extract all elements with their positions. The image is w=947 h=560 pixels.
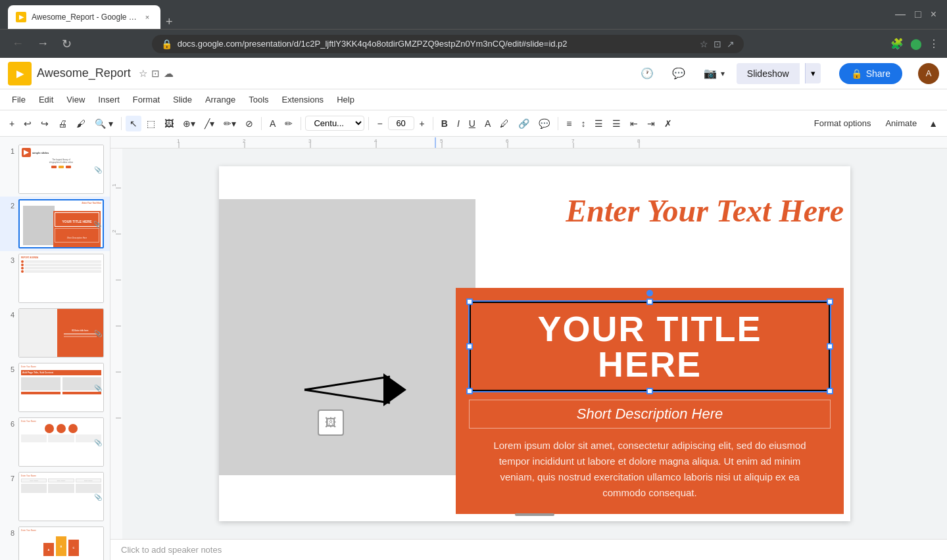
body-text[interactable]: Lorem ipsum dolor sit amet, consectetur … <box>469 438 831 501</box>
maximize-btn[interactable]: □ <box>912 6 924 23</box>
menu-help[interactable]: Help <box>330 92 361 107</box>
title-text-box[interactable]: YOUR TITLE HERE <box>469 301 831 392</box>
new-tab-button[interactable]: + <box>160 15 178 29</box>
zoom-btn[interactable]: 🔍 ▾ <box>91 116 117 131</box>
border-color-btn[interactable]: ✏ <box>281 116 297 131</box>
format-options-btn[interactable]: Format options <box>808 116 878 131</box>
font-size-increase-btn[interactable]: + <box>416 116 429 131</box>
clear-format-btn[interactable]: ✗ <box>660 116 676 131</box>
slide-thumb-3[interactable]: REPORT AGENDA <box>18 254 104 303</box>
slideshow-dropdown-btn[interactable]: ▾ <box>805 63 821 83</box>
slide-item-4[interactable]: 4 01 Enter title here 📎 <box>0 306 110 360</box>
align-left-btn[interactable]: ≡ <box>562 116 575 131</box>
address-bar[interactable]: 🔒 docs.google.com/presentation/d/1c2P_lj… <box>152 35 744 53</box>
extensions-icon[interactable]: 🧩 <box>890 37 904 50</box>
image-btn[interactable]: 🖼 <box>160 116 178 131</box>
main-title-text[interactable]: YOUR TITLE HERE <box>484 311 815 382</box>
pen-btn[interactable]: ✏▾ <box>220 116 240 131</box>
notes-bar[interactable]: Click to add speaker notes <box>110 539 947 560</box>
text-color-btn[interactable]: A <box>481 116 495 131</box>
menu-format[interactable]: Format <box>126 92 166 107</box>
slide-item-6[interactable]: 6 Enter Your Name 📎 <box>0 415 110 469</box>
minimize-btn[interactable]: — <box>892 6 908 23</box>
description-box[interactable]: Short Description Here <box>469 400 831 429</box>
collapse-toolbar-btn[interactable]: ▲ <box>925 116 942 131</box>
active-tab[interactable]: ▶ Awesome_Report - Google Slides × <box>8 5 160 29</box>
profile-icon[interactable]: ⬤ <box>910 37 922 50</box>
indent-less-btn[interactable]: ⇤ <box>626 116 642 131</box>
highlight-btn[interactable]: 🖊 <box>496 116 513 131</box>
back-btn[interactable]: ← <box>8 34 28 53</box>
redo-btn[interactable]: ↪ <box>37 116 53 131</box>
slide-item-3[interactable]: 3 REPORT AGENDA <box>0 251 110 306</box>
star-icon[interactable]: ☆ <box>700 39 708 49</box>
slide-item-2[interactable]: 2 Enter Your Text Here YOUR TITLE HERE S… <box>0 197 110 251</box>
link-btn[interactable]: 🔗 <box>514 116 533 131</box>
comment-btn[interactable]: 💬 <box>535 116 554 131</box>
font-size-decrease-btn[interactable]: − <box>373 116 386 131</box>
handle-middle-right[interactable] <box>827 343 833 350</box>
menu-tools[interactable]: Tools <box>242 92 275 107</box>
slide-item-5[interactable]: 5 Enter Your Name Add Page Title, Sub Co… <box>0 360 110 415</box>
menu-extensions[interactable]: Extensions <box>276 92 331 107</box>
slide-thumb-4[interactable]: 01 Enter title here 📎 <box>18 308 104 358</box>
indent-more-btn[interactable]: ⇥ <box>643 116 659 131</box>
paint-format-btn[interactable]: 🖌 <box>72 116 89 131</box>
star-title-icon[interactable]: ☆ <box>139 68 147 80</box>
user-avatar[interactable]: A <box>918 63 939 84</box>
font-size-input[interactable] <box>388 116 414 130</box>
chrome-menu-icon[interactable]: ⋮ <box>929 37 939 50</box>
undo-btn[interactable]: ↩ <box>20 116 36 131</box>
menu-view[interactable]: View <box>60 92 91 107</box>
line-spacing-btn[interactable]: ↕ <box>577 116 589 131</box>
close-btn[interactable]: × <box>928 6 939 23</box>
camera-btn[interactable]: 📷 ▾ <box>697 63 731 83</box>
slideshow-button[interactable]: Slideshow <box>737 63 800 84</box>
menu-insert[interactable]: Insert <box>91 92 126 107</box>
slide-main-heading[interactable]: Enter Your Text Here <box>566 193 844 229</box>
handle-top-left[interactable] <box>466 298 473 305</box>
handle-bottom-right[interactable] <box>827 388 833 394</box>
forward-btn[interactable]: → <box>33 34 53 53</box>
menu-slide[interactable]: Slide <box>166 92 199 107</box>
slide-thumb-6[interactable]: Enter Your Name 📎 <box>18 417 104 467</box>
slide-item-8[interactable]: 8 Enter Your Name A B C <box>0 524 110 560</box>
menu-edit[interactable]: Edit <box>32 92 60 107</box>
reload-btn[interactable]: ↻ <box>58 34 76 54</box>
move-to-icon[interactable]: ⊡ <box>151 68 160 80</box>
shapes-btn[interactable]: ⊕▾ <box>179 116 199 131</box>
animate-btn[interactable]: Animate <box>879 116 923 131</box>
underline-btn[interactable]: U <box>465 116 479 131</box>
slide-item-7[interactable]: 7 Enter Your Name Enter Markers Enter Ma… <box>0 469 110 524</box>
select-btn[interactable]: ↖ <box>126 116 141 131</box>
slide-thumb-2[interactable]: Enter Your Text Here YOUR TITLE HERE Sho… <box>18 199 104 248</box>
share-button[interactable]: 🔒 Share <box>839 63 902 84</box>
handle-bottom-center[interactable] <box>646 388 653 394</box>
laser-btn[interactable]: ⊘ <box>241 116 257 131</box>
italic-btn[interactable]: I <box>453 116 464 131</box>
cloud-icon[interactable]: ☁ <box>164 68 174 80</box>
slide-thumb-8[interactable]: Enter Your Name A B C <box>18 526 104 560</box>
rotation-handle[interactable] <box>646 290 653 296</box>
doc-title[interactable]: Awesome_Report <box>37 66 131 80</box>
handle-top-right[interactable] <box>827 298 833 305</box>
menu-file[interactable]: File <box>5 92 32 107</box>
tab-close-btn[interactable]: × <box>142 12 153 22</box>
bold-btn[interactable]: B <box>437 116 452 131</box>
background-color-btn[interactable]: A <box>266 116 279 131</box>
cast-icon[interactable]: ⊡ <box>714 39 721 49</box>
lines-btn[interactable]: ╱▾ <box>201 116 218 131</box>
textbox-btn[interactable]: ⬚ <box>143 116 159 131</box>
slide-canvas[interactable]: Enter Your Text Here 🖼 YOU <box>219 166 850 521</box>
font-selector[interactable]: Centu... <box>305 116 364 131</box>
handle-bottom-left[interactable] <box>466 388 473 394</box>
share-address-icon[interactable]: ↗ <box>727 39 735 49</box>
handle-middle-left[interactable] <box>466 343 473 350</box>
handle-top-center[interactable] <box>646 298 653 305</box>
menu-arrange[interactable]: Arrange <box>199 92 242 107</box>
slide-item-1[interactable]: 1 simple slides The largest library ofin… <box>0 142 110 197</box>
list-btn[interactable]: ☰ <box>591 116 607 131</box>
print-btn[interactable]: 🖨 <box>54 116 71 131</box>
slide-thumb-7[interactable]: Enter Your Name Enter Markers Enter Mark… <box>18 472 104 521</box>
slide-thumb-1[interactable]: simple slides The largest library ofinfo… <box>18 145 104 194</box>
